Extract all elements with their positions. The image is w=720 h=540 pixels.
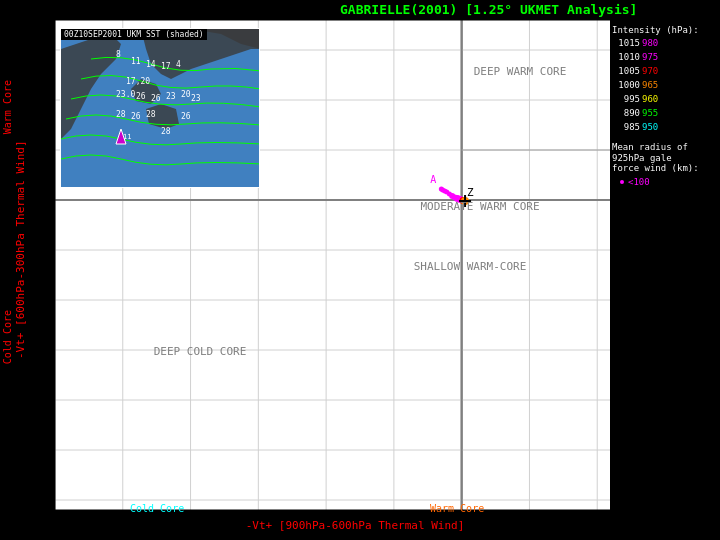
track-start-label: A (430, 174, 436, 185)
legend-intensity-row: 995 960 (612, 93, 718, 106)
legend-intensity-row: 1010 975 (612, 51, 718, 64)
svg-text:17: 17 (161, 62, 171, 71)
radius-label: Mean radius of (612, 142, 718, 152)
map-inset: 00Z10SEP2001 UKM SST (shaded) 8 11 14 (60, 28, 260, 188)
deep-warm-label: DEEP WARM CORE (420, 65, 620, 78)
chart-title: GABRIELLE(2001) [1.25° UKMET Analysis] (340, 2, 637, 17)
y-cold-label: Cold Core (2, 310, 13, 364)
svg-text:11: 11 (123, 133, 131, 141)
y-warm-label: Warm Core (2, 80, 13, 134)
legend-right-val: 970 (642, 65, 670, 78)
legend-dot-label: 750 (636, 238, 652, 248)
svg-text:20: 20 (181, 90, 191, 99)
shallow-warm-label: SHALLOW WARM-CORE (370, 260, 570, 273)
main-container: GABRIELLE(2001) [1.25° UKMET Analysis] S… (0, 0, 720, 540)
legend-intensity-row: 1000 965 (612, 79, 718, 92)
legend-intensity-row: 1005 970 (612, 65, 718, 78)
legend-dot-label: 500 (633, 218, 649, 228)
legend-dot-label: 300 (631, 203, 647, 213)
legend-intensity-row: 890 955 (612, 107, 718, 120)
legend-intensity-rows: 1015 980 1010 975 1005 970 1000 965 995 … (610, 37, 720, 134)
legend-left-val: 995 (612, 93, 640, 106)
svg-text:28: 28 (116, 110, 126, 119)
legend-dot-label: <100 (628, 177, 650, 187)
legend-intensity-row: 1015 980 (612, 37, 718, 50)
svg-text:23.0: 23.0 (116, 90, 135, 99)
svg-text:28: 28 (146, 110, 156, 119)
legend: Intensity (hPa): 1015 980 1010 975 1005 … (610, 20, 720, 510)
legend-dot-row: 200 (612, 190, 718, 200)
legend-right-val: 975 (642, 51, 670, 64)
svg-text:8: 8 (116, 50, 121, 59)
svg-text:11: 11 (131, 57, 141, 66)
track-end-marker: Z (467, 186, 474, 199)
radius-label2: 925hPa gale (612, 153, 718, 163)
legend-left-val: 985 (612, 121, 640, 134)
legend-dot-row: 300 (612, 203, 718, 213)
svg-text:23: 23 (191, 94, 201, 103)
deep-cold-label: DEEP COLD CORE (100, 345, 300, 358)
svg-text:28: 28 (161, 127, 171, 136)
legend-dot-label: 200 (630, 190, 646, 200)
legend-left-val: 890 (612, 107, 640, 120)
svg-text:26: 26 (151, 94, 161, 103)
legend-right-val: 960 (642, 93, 670, 106)
x-cold-label: Cold Core (130, 503, 184, 514)
legend-dot-row: 500 (612, 216, 718, 230)
map-svg: 8 11 14 17 4 17,20 23.0 26 26 23 20 23 2… (61, 29, 260, 188)
legend-dots: <100 200 300 500 750 (610, 177, 720, 253)
legend-left-val: 1015 (612, 37, 640, 50)
svg-text:14: 14 (146, 60, 156, 69)
intensity-label: Intensity (hPa): (612, 25, 718, 35)
legend-left-val: 1005 (612, 65, 640, 78)
moderate-warm-label: MODERATE WARM CORE (380, 200, 580, 213)
x-axis-label: -Vt+ [900hPa-600hPa Thermal Wind] (55, 519, 655, 532)
svg-text:4: 4 (176, 60, 181, 69)
svg-text:17,20: 17,20 (126, 77, 150, 86)
legend-right-val: 950 (642, 121, 670, 134)
legend-left-val: 1010 (612, 51, 640, 64)
svg-text:26: 26 (181, 112, 191, 121)
x-warm-label: Warm Core (430, 503, 484, 514)
legend-right-val: 955 (642, 107, 670, 120)
legend-left-val: 1000 (612, 79, 640, 92)
legend-intensity-row: 985 950 (612, 121, 718, 134)
radius-label3: force wind (km): (612, 163, 718, 173)
legend-right-val: 980 (642, 37, 670, 50)
y-axis-label: -Vt+ [600hPa-300hPa Thermal Wind] (14, 60, 27, 440)
map-title: 00Z10SEP2001 UKM SST (shaded) (61, 29, 207, 40)
legend-dot-row: <100 (612, 177, 718, 187)
legend-right-val: 965 (642, 79, 670, 92)
svg-text:26: 26 (136, 92, 146, 101)
svg-text:23: 23 (166, 92, 176, 101)
legend-dot-row: 750 (612, 233, 718, 253)
svg-text:26: 26 (131, 112, 141, 121)
